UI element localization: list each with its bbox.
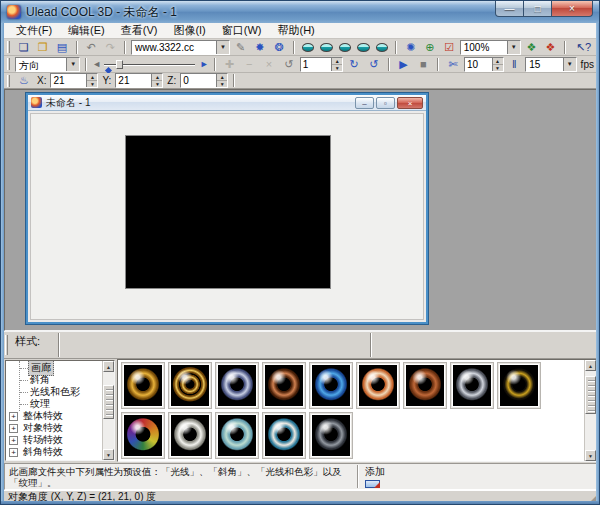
- save-icon[interactable]: ▤: [53, 40, 70, 55]
- url-combobox[interactable]: www.3322.cc ▼: [131, 40, 230, 55]
- slider-start-icon[interactable]: ◄: [92, 59, 101, 69]
- object-tool-icon[interactable]: ♨: [15, 73, 33, 88]
- scroll-down-icon[interactable]: ▼: [585, 450, 596, 461]
- export-mail-icon[interactable]: [376, 43, 388, 52]
- direction-combobox[interactable]: 方向 ▼: [15, 57, 80, 72]
- gallery-scrollbar[interactable]: ▲ ▼: [584, 360, 596, 461]
- tree-item-3[interactable]: 光线和色彩: [6, 386, 102, 398]
- gallery-thumbnail-white-screw-ring[interactable]: [168, 412, 212, 459]
- spin-down-icon[interactable]: ▼: [87, 81, 97, 87]
- spin-down-icon[interactable]: ▼: [217, 81, 227, 87]
- gallery-thumbnail-slotted-steel-ring[interactable]: [450, 362, 494, 409]
- gallery-thumbnail-gold-torus[interactable]: [121, 362, 165, 409]
- spin-up-icon[interactable]: ▲: [87, 74, 97, 81]
- spin-down-icon[interactable]: ▼: [152, 81, 162, 87]
- spin-down-icon[interactable]: ▼: [493, 65, 503, 71]
- toolbar-grip[interactable]: [5, 335, 8, 355]
- duration-spinner[interactable]: 10 ▲▼: [464, 57, 503, 72]
- render-mode-icon[interactable]: ❖: [542, 40, 559, 55]
- add-keyframe-icon[interactable]: ✚: [221, 57, 239, 72]
- frame-spinner[interactable]: 1 ▲▼: [300, 57, 343, 72]
- close-button[interactable]: ×: [551, 1, 593, 17]
- frame-control-icon[interactable]: ✄: [444, 57, 462, 72]
- play-icon[interactable]: ▶: [395, 57, 413, 72]
- object-style-icon[interactable]: ❂: [271, 40, 288, 55]
- snap-check-icon[interactable]: ☑: [441, 40, 458, 55]
- scroll-up-icon[interactable]: ▲: [103, 361, 114, 372]
- document-close-button[interactable]: ×: [397, 97, 423, 109]
- fps-combobox[interactable]: 15 ▼: [525, 57, 576, 72]
- menu-item-4[interactable]: 图像(I): [165, 23, 213, 38]
- tree-expand-icon[interactable]: +: [9, 412, 18, 421]
- tree-item-1[interactable]: 画廊: [6, 362, 102, 374]
- document-title-bar[interactable]: 未命名 - 1 – ▫ ×: [28, 95, 426, 111]
- stop-icon[interactable]: ■: [414, 57, 432, 72]
- title-bar[interactable]: Ulead COOL 3D - 未命名 - 1 — □ ×: [1, 1, 600, 23]
- tree-expand-icon[interactable]: +: [9, 436, 18, 445]
- bounce-icon[interactable]: ↺: [365, 57, 383, 72]
- chevron-down-icon[interactable]: ▼: [216, 41, 229, 54]
- document-window[interactable]: 未命名 - 1 – ▫ ×: [26, 93, 428, 324]
- scroll-up-icon[interactable]: ▲: [585, 360, 596, 371]
- document-restore-button[interactable]: ▫: [376, 97, 395, 109]
- x-angle-spinner[interactable]: 21 ▲▼: [50, 73, 98, 88]
- magic-wand-icon[interactable]: ✺: [402, 40, 419, 55]
- gallery-thumbnail-copper-ring[interactable]: [262, 362, 306, 409]
- y-angle-spinner[interactable]: 21 ▲▼: [115, 73, 163, 88]
- chevron-down-icon[interactable]: ▼: [563, 58, 576, 71]
- gallery-thumbnail-aqua-glass-torus[interactable]: [215, 412, 259, 459]
- document-minimize-button[interactable]: –: [355, 97, 374, 109]
- menu-item-1[interactable]: 文件(F): [8, 23, 60, 38]
- export-image-icon[interactable]: [302, 43, 314, 52]
- tree-scrollbar-thumb[interactable]: [103, 385, 114, 419]
- toolbar-grip[interactable]: [7, 75, 10, 87]
- tree-scrollbar[interactable]: ▲ ▼: [102, 361, 114, 460]
- delete-keyframe-icon[interactable]: −: [240, 57, 258, 72]
- context-help-icon[interactable]: ↖?: [571, 40, 596, 55]
- menu-item-3[interactable]: 查看(V): [113, 23, 166, 38]
- gallery-thumbnail-gold-camo-torus[interactable]: [497, 362, 541, 409]
- undo-icon[interactable]: ↶: [83, 40, 100, 55]
- minimize-button[interactable]: —: [495, 1, 524, 17]
- slider-end-icon[interactable]: ►: [200, 59, 209, 69]
- maximize-button[interactable]: □: [524, 1, 551, 17]
- spin-up-icon[interactable]: ▲: [332, 58, 342, 65]
- gallery-thumbnail-rust-flange[interactable]: [403, 362, 447, 409]
- export-animation-icon[interactable]: [320, 43, 332, 52]
- globe-icon[interactable]: ⊕: [421, 40, 438, 55]
- tree-item-8[interactable]: +斜角特效: [6, 446, 102, 458]
- z-angle-spinner[interactable]: 0 ▲▼: [180, 73, 228, 88]
- menu-item-2[interactable]: 编辑(E): [60, 23, 113, 38]
- gallery-thumbnail-blue-textured-torus[interactable]: [309, 362, 353, 409]
- tree-expand-icon[interactable]: +: [9, 424, 18, 433]
- new-icon[interactable]: ❏: [15, 40, 32, 55]
- gallery-thumbnail-orange-swirl-torus[interactable]: [356, 362, 400, 409]
- redo-icon[interactable]: ↷: [102, 40, 119, 55]
- gallery-thumbnail-double-gold-torus[interactable]: [168, 362, 212, 409]
- spin-up-icon[interactable]: ▲: [217, 74, 227, 81]
- insert-graphics-icon[interactable]: ✸: [251, 40, 268, 55]
- chevron-down-icon[interactable]: ▼: [66, 58, 79, 71]
- toolbar-grip[interactable]: [7, 41, 10, 53]
- slider-thumb[interactable]: [116, 60, 123, 69]
- export-video-icon[interactable]: [339, 43, 351, 52]
- open-icon[interactable]: ❐: [34, 40, 51, 55]
- spin-up-icon[interactable]: ▲: [152, 74, 162, 81]
- zoom-combobox[interactable]: 100% ▼: [460, 40, 521, 55]
- spin-up-icon[interactable]: ▲: [493, 58, 503, 65]
- menu-item-5[interactable]: 窗口(W): [214, 23, 270, 38]
- gallery-thumbnail-silver-blue-torus[interactable]: [215, 362, 259, 409]
- export-web-icon[interactable]: [357, 43, 369, 52]
- toolbar-grip[interactable]: [7, 58, 10, 70]
- gallery-thumbnail-white-teal-torus[interactable]: [262, 412, 306, 459]
- gallery-thumbnail-dark-bolt-flange[interactable]: [309, 412, 353, 459]
- scroll-down-icon[interactable]: ▼: [103, 449, 114, 460]
- render-quality-icon[interactable]: ❖: [523, 40, 540, 55]
- spin-down-icon[interactable]: ▼: [332, 65, 342, 71]
- menu-item-6[interactable]: 帮助(H): [270, 23, 323, 38]
- loop-icon[interactable]: ↻: [345, 57, 363, 72]
- clear-keyframe-icon[interactable]: ×: [260, 57, 278, 72]
- gallery-thumbnail-stained-glass-torus[interactable]: [121, 412, 165, 459]
- render-canvas[interactable]: [125, 135, 331, 289]
- keyframe-slider[interactable]: ◄ ►: [92, 57, 208, 72]
